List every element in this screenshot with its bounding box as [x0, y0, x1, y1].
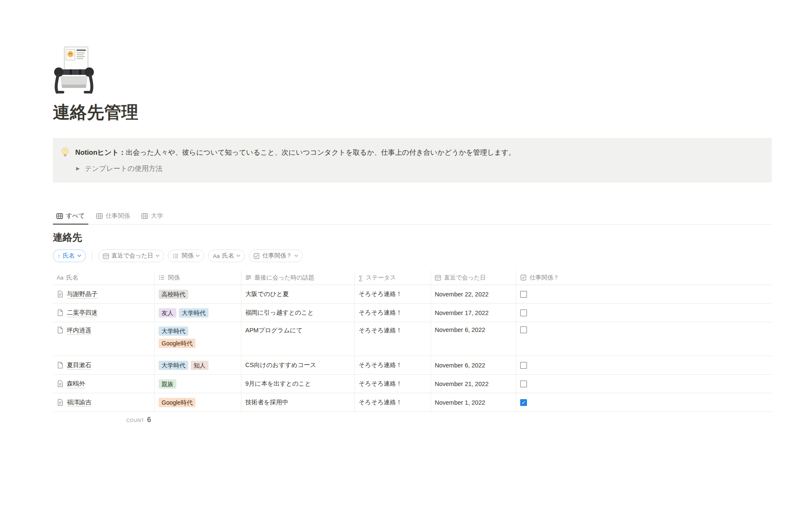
status-cell[interactable]: そろそろ連絡！ [355, 304, 431, 322]
view-tabbar: すべて 仕事関係 大学 [53, 208, 772, 225]
page-emoji-card-index-icon[interactable] [53, 46, 95, 96]
relation-tag[interactable]: 大学時代 [159, 361, 188, 370]
relation-cell[interactable]: 大学時代知人 [155, 356, 241, 374]
checkbox-checked[interactable]: ✓ [520, 399, 527, 406]
status-cell[interactable]: そろそろ連絡！ [355, 356, 431, 374]
last-met-date-cell[interactable]: November 21, 2022 [431, 375, 516, 393]
checkbox-unchecked[interactable] [520, 310, 527, 316]
tag-list: 友人大学時代 [159, 308, 208, 318]
tab-university[interactable]: 大学 [138, 208, 167, 224]
toolbar-divider [92, 251, 92, 260]
tab-label[interactable]: 大学 [151, 212, 163, 220]
relation-cell[interactable]: 大学時代Google時代 [155, 322, 241, 356]
tab-label[interactable]: すべて [66, 212, 85, 220]
name-cell[interactable]: 坪内逍遥 [53, 322, 155, 356]
document-icon [57, 380, 64, 387]
topic-cell[interactable]: 福岡に引っ越すとのこと [241, 304, 355, 322]
relation-tag[interactable]: 大学時代 [179, 308, 208, 318]
sort-chip-label[interactable]: 氏名 [63, 252, 75, 260]
last-met-date-cell[interactable]: November 6, 2022 [431, 322, 516, 356]
name-cell[interactable]: 福澤諭吉 [53, 393, 155, 411]
relation-cell[interactable]: 高校時代 [155, 285, 241, 303]
name-cell[interactable]: 与謝野晶子 [53, 285, 155, 303]
relation-tag[interactable]: 親族 [159, 379, 176, 389]
filter-chip-label[interactable]: 直近で会った日 [112, 252, 154, 260]
tab-all[interactable]: すべて [53, 208, 88, 224]
checkbox-icon [520, 274, 527, 281]
column-header-label[interactable]: 関係 [168, 274, 180, 282]
filter-chip-relation[interactable]: 関係 [168, 249, 204, 262]
name-cell[interactable]: 二葉亭四迷 [53, 304, 155, 322]
table-row: 二葉亭四迷友人大学時代福岡に引っ越すとのことそろそろ連絡！November 17… [53, 304, 772, 322]
column-header-name[interactable]: Aa 氏名 [53, 271, 155, 285]
column-header-last-met-date[interactable]: 直近で会った日 [431, 271, 516, 285]
filter-chip-label[interactable]: 仕事関係？ [262, 252, 292, 260]
relation-cell[interactable]: Google時代 [155, 393, 241, 411]
name-cell[interactable]: 夏目漱石 [53, 356, 155, 374]
contact-name-link[interactable]: 夏目漱石 [67, 361, 91, 370]
checkbox-unchecked[interactable] [520, 291, 527, 298]
page-icon [57, 362, 64, 369]
contact-name-link[interactable]: 福澤諭吉 [67, 398, 91, 407]
contact-name-link[interactable]: 坪内逍遥 [67, 326, 91, 335]
toggle-triangle-icon[interactable]: ▶ [76, 166, 80, 171]
relation-tag[interactable]: 高校時代 [159, 290, 188, 299]
column-header-topic[interactable]: 最後に会った時の話題 [241, 271, 355, 285]
table-row: 森鴎外親族9月に本を出すとのことそろそろ連絡！November 21, 2022 [53, 375, 772, 393]
relation-cell[interactable]: 親族 [155, 375, 241, 393]
relation-tag[interactable]: Google時代 [159, 398, 195, 407]
column-header-label[interactable]: ステータス [366, 274, 396, 282]
relation-cell[interactable]: 友人大学時代 [155, 304, 241, 322]
tab-work[interactable]: 仕事関係 [93, 208, 134, 224]
filter-chip-work-related[interactable]: 仕事関係？ [249, 249, 303, 262]
checkbox-unchecked[interactable] [520, 362, 527, 369]
filter-chip-name[interactable]: Aa 氏名 [208, 249, 245, 262]
last-met-date-cell[interactable]: November 22, 2022 [431, 285, 516, 303]
status-cell[interactable]: そろそろ連絡！ [355, 285, 431, 303]
topic-cell[interactable]: 9月に本を出すとのこと [241, 375, 355, 393]
count-value: 6 [147, 416, 151, 424]
last-met-date-cell[interactable]: November 1, 2022 [431, 393, 516, 411]
column-header-work-related[interactable]: 仕事関係？ [516, 271, 772, 285]
topic-cell[interactable]: APMプログラムにて [241, 322, 355, 356]
checkbox-unchecked[interactable] [520, 381, 527, 387]
relation-tag[interactable]: 大学時代 [159, 326, 188, 336]
status-cell[interactable]: そろそろ連絡！ [355, 393, 431, 411]
relation-tag[interactable]: 友人 [159, 308, 176, 318]
column-header-label[interactable]: 氏名 [66, 274, 78, 282]
tab-label[interactable]: 仕事関係 [106, 212, 130, 220]
last-met-date-cell[interactable]: November 17, 2022 [431, 304, 516, 322]
table-body: 与謝野晶子高校時代大阪でのひと夏そろそろ連絡！November 22, 2022… [53, 285, 772, 412]
count-row[interactable]: COUNT 6 [53, 416, 155, 424]
status-cell[interactable]: そろそろ連絡！ [355, 322, 431, 356]
column-header-relation[interactable]: 関係 [155, 271, 241, 285]
topic-cell[interactable]: 技術者を採用中 [241, 393, 355, 411]
topic-cell[interactable]: CS向けのおすすめコース [241, 356, 355, 374]
text-type-icon[interactable]: Aa [213, 253, 219, 259]
filter-chip-label[interactable]: 関係 [181, 252, 193, 260]
template-usage-toggle[interactable]: ▶ テンプレートの使用方法 [76, 163, 764, 174]
status-cell[interactable]: そろそろ連絡！ [355, 375, 431, 393]
contact-name-link[interactable]: 森鴎外 [67, 380, 85, 388]
column-header-status[interactable]: ∑ ステータス [355, 271, 431, 285]
column-header-label[interactable]: 最後に会った時の話題 [255, 274, 314, 282]
page-title: 連絡先管理 [53, 101, 772, 123]
toggle-label[interactable]: テンプレートの使用方法 [85, 163, 162, 174]
last-met-date-cell[interactable]: November 6, 2022 [431, 356, 516, 374]
name-cell[interactable]: 森鴎外 [53, 375, 155, 393]
callout-bold-text: Notionヒント： [75, 148, 126, 156]
column-header-label[interactable]: 直近で会った日 [444, 274, 486, 282]
filter-chip-last-met-date[interactable]: 直近で会った日 [98, 249, 165, 262]
contact-name-link[interactable]: 二葉亭四迷 [67, 309, 98, 317]
relation-tag[interactable]: 知人 [191, 361, 208, 370]
database-toolbar: ↑ 氏名 直近で会った日 関係 Aa 氏名 仕事関係？ [53, 249, 772, 262]
topic-cell[interactable]: 大阪でのひと夏 [241, 285, 355, 303]
notion-page: 連絡先管理 Notionヒント：出会った人々や、彼らについて知っていること、次に… [53, 0, 772, 424]
contact-name-link[interactable]: 与謝野晶子 [67, 290, 98, 299]
checkbox-unchecked[interactable] [520, 326, 527, 333]
filter-chip-label[interactable]: 氏名 [222, 252, 234, 260]
relation-tag[interactable]: Google時代 [159, 339, 195, 348]
sort-ascending-icon[interactable]: ↑ [58, 253, 60, 259]
sort-chip-name[interactable]: ↑ 氏名 [53, 249, 86, 262]
column-header-label[interactable]: 仕事関係？ [529, 274, 559, 282]
